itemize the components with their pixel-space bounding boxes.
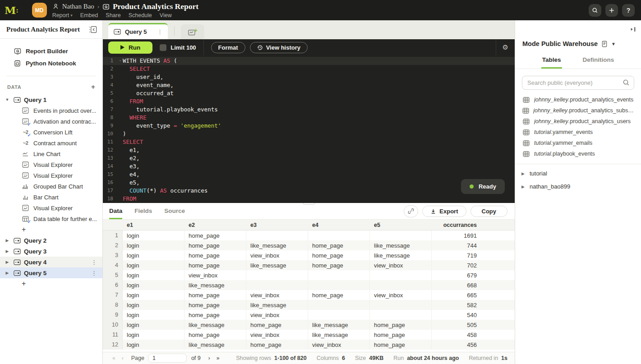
code-line[interactable]: 8 WHERE [103,114,515,122]
collapse-sidebar-icon[interactable] [88,26,97,33]
tree-item-visual-explorer[interactable]: Visual Explorer [0,159,102,170]
tab-source[interactable]: Source [164,203,185,219]
chevron-right-icon[interactable]: ▶ [5,271,10,275]
table-list-item[interactable]: tutorial.yammer_emails [515,138,641,148]
menu-item-report[interactable]: Report▾ [52,12,73,18]
tree-item-query-1[interactable]: ▼Query 1 [0,94,102,105]
format-button[interactable]: Format [211,42,245,53]
table-list-item[interactable]: johnny_kelley.product_analytics_subscrip… [515,105,641,116]
mode-logo[interactable]: M: [5,4,18,16]
column-header-occurrances[interactable]: occurrances [432,220,515,230]
tree-item-line-chart[interactable]: Line Chart [0,148,102,159]
sql-code[interactable]: 1▾WITH EVENTS AS (2 SELECT3 user_id,4 ev… [103,55,515,203]
table-row[interactable]: 12loginlike_messagehome_pageview_inboxho… [103,340,515,350]
item-menu-icon[interactable]: ⋮ [89,259,99,266]
code-line[interactable]: 18 FROM [103,195,515,203]
tree-item-query-5[interactable]: ▶Query 5⋮ [0,267,102,278]
code-line[interactable]: 3 user_id, [103,73,515,81]
avatar[interactable]: MD [32,3,47,18]
item-menu-icon[interactable]: ⋮ [89,270,99,276]
code-line[interactable]: 7 tutorial.playbook_events [103,106,515,114]
tree-item-activation-and-contrac-[interactable]: ✓Activation and contrac... [0,116,102,127]
tab-fields[interactable]: Fields [134,203,152,219]
tab-tables[interactable]: Tables [541,54,562,69]
first-page-icon[interactable]: « [109,355,119,361]
table-list-item[interactable]: johnny_kelley.product_analytics_events [515,94,641,105]
tree-item-grouped-bar-chart[interactable]: Grouped Bar Chart [0,181,102,192]
warehouse-selector[interactable]: Mode Public Warehouse ▼ [515,38,641,54]
code-line[interactable]: 5 occurred_at [103,89,515,97]
add-item-icon[interactable]: + [22,226,26,233]
tree-item-query-3[interactable]: ▶Query 3 [0,246,102,257]
table-row[interactable]: 4loginhome_pagelike_messagehome_pageview… [103,260,515,270]
new-chart-tab-button[interactable] [181,24,204,39]
tree-item-data-table-for-further-e-[interactable]: ✓Data table for further e... [0,213,102,224]
chevron-right-icon[interactable]: ▶ [5,260,10,264]
table-row[interactable]: 7loginhome_pageview_inboxhome_pageview_i… [103,290,515,300]
menu-item-share[interactable]: Share [106,12,120,18]
run-button[interactable]: Run [108,41,152,54]
table-row[interactable]: 9loginhome_pageview_inbox540 [103,310,515,320]
add-item-icon[interactable]: + [22,280,26,287]
expand-panel-icon[interactable] [629,26,637,33]
code-line[interactable]: 1▾WITH EVENTS AS ( [103,57,515,65]
code-line[interactable]: 17 COUNT(*) AS occurrances [103,187,515,195]
table-row[interactable]: 10loginlike_messagehome_pagelike_message… [103,320,515,330]
table-row[interactable]: 5loginview_inbox679 [103,270,515,280]
code-line[interactable]: 12 e1, [103,146,515,154]
tree-item-events-in-product-over-[interactable]: Events in product over... [0,105,102,116]
code-line[interactable]: 9 event_type = 'engagement' [103,122,515,130]
sidebar-item-report-builder[interactable]: Report Builder [0,45,102,57]
code-line[interactable]: 4 event_name, [103,81,515,89]
table-list-item[interactable]: tutorial.yammer_events [515,127,641,138]
tree-item-conversion-lift[interactable]: ~2✓Conversion Lift [0,127,102,138]
column-header-e4[interactable]: e4 [308,220,370,230]
chevron-right-icon[interactable]: ▶ [521,171,525,176]
tree-item-visual-explorer[interactable]: Visual Explorer [0,203,102,213]
limit-checkbox-group[interactable]: Limit 100 [160,44,196,51]
schema-item-nathan_bao899[interactable]: ▶nathan_bao899 [515,180,641,193]
page-input[interactable] [148,354,187,363]
code-line[interactable]: 10 ) [103,130,515,138]
menu-item-schedule[interactable]: Schedule [129,12,152,18]
sidebar-item-python-notebook[interactable]: Python Notebook [0,57,102,69]
last-page-icon[interactable]: » [213,355,223,361]
table-list-item[interactable]: tutorial.playbook_events [515,148,641,159]
breadcrumb-user[interactable]: Nathan Bao [62,3,94,10]
add-button[interactable] [605,4,618,17]
code-line[interactable]: 11 SELECT [103,138,515,146]
prev-page-icon[interactable]: ‹ [119,355,127,361]
table-list-item[interactable]: johnny_kelley.product_analytics_users [515,116,641,127]
tab-data[interactable]: Data [109,203,122,219]
column-header-e1[interactable]: e1 [123,220,184,230]
export-button[interactable]: Export [422,206,466,217]
tree-item-visual-explorer[interactable]: Visual Explorer [0,170,102,181]
table-row[interactable]: 3loginhome_pageview_inboxhome_pagelike_m… [103,250,515,260]
chevron-right-icon[interactable]: ▶ [5,238,10,243]
code-line[interactable]: 13 e2, [103,154,515,162]
code-line[interactable]: 16 e5, [103,179,515,187]
code-line[interactable]: 15 e4, [103,170,515,179]
tab-query-5[interactable]: Query 5 ⋮ [108,23,168,39]
code-line[interactable]: 2 SELECT [103,65,515,73]
code-line[interactable]: 14 e3, [103,162,515,170]
next-page-icon[interactable]: › [205,355,213,361]
table-row[interactable]: 1loginhome_page1691 [103,230,515,240]
column-header-e3[interactable]: e3 [246,220,308,230]
copy-button[interactable]: Copy [470,206,508,217]
tree-item-bar-chart[interactable]: Bar Chart [0,192,102,203]
tab-menu-icon[interactable]: ⋮ [156,28,164,35]
menu-item-embed[interactable]: Embed [80,12,98,18]
schema-item-tutorial[interactable]: ▶tutorial [515,167,641,180]
search-button[interactable] [589,4,601,17]
help-button[interactable]: ? [622,4,635,17]
menu-item-view[interactable]: View [160,12,172,18]
chevron-right-icon[interactable]: ▶ [521,184,525,189]
column-header-e5[interactable]: e5 [370,220,432,230]
column-header-e2[interactable]: e2 [184,220,246,230]
limit-checkbox[interactable] [160,44,166,51]
chevron-right-icon[interactable]: ▶ [5,249,10,253]
share-link-button[interactable] [404,205,418,217]
tree-item-query-2[interactable]: ▶Query 2 [0,235,102,246]
chevron-down-icon[interactable]: ▼ [5,97,10,102]
